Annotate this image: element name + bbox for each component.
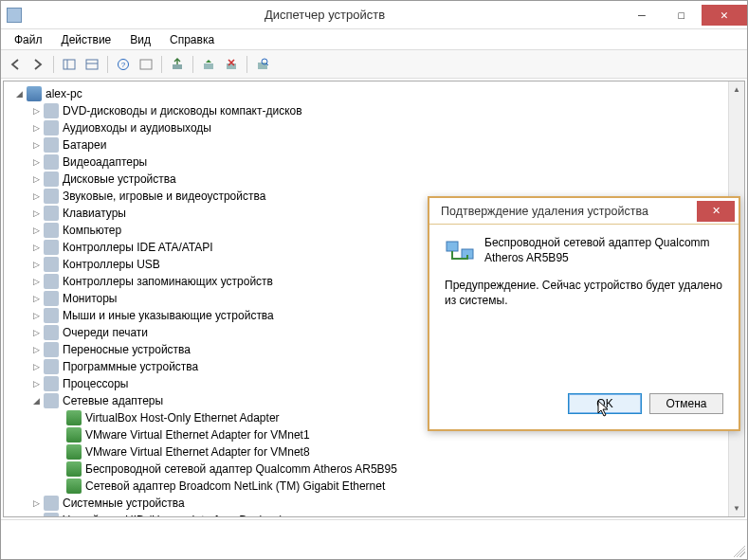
menu-action[interactable]: Действие <box>54 31 119 47</box>
network-adapter-icon <box>66 444 82 460</box>
menu-file[interactable]: Файл <box>7 31 50 47</box>
tree-device[interactable]: Беспроводной сетевой адаптер Qualcomm At… <box>9 461 721 478</box>
tree-item-label: Дисковые устройства <box>63 172 176 186</box>
ok-button-label: OK <box>596 397 612 410</box>
dialog-device-name: Беспроводной сетевой адаптер Qualcomm At… <box>484 236 723 266</box>
expand-icon[interactable]: ▷ <box>30 208 42 219</box>
expand-icon[interactable]: ▷ <box>30 173 42 185</box>
back-button[interactable] <box>5 54 26 75</box>
expand-icon[interactable]: ▷ <box>30 156 42 168</box>
tree-category[interactable]: ▷ DVD-дисководы и дисководы компакт-диск… <box>9 102 721 119</box>
scan-hardware-button[interactable] <box>252 54 273 75</box>
ok-button[interactable]: OK <box>568 393 642 414</box>
scroll-up-button[interactable]: ▲ <box>729 81 744 98</box>
forward-button[interactable] <box>27 54 48 75</box>
tree-item-label: DVD-дисководы и дисководы компакт-дисков <box>63 104 302 117</box>
expand-icon[interactable]: ▷ <box>30 361 42 372</box>
expand-icon[interactable]: ▷ <box>30 327 42 338</box>
dialog-titlebar[interactable]: Подтверждение удаления устройства ✕ <box>429 198 739 225</box>
tree-device[interactable]: VMware Virtual Ethernet Adapter for VMne… <box>9 443 721 461</box>
tree-category[interactable]: ▷ Устройства HID (Human Interface Device… <box>9 512 721 516</box>
collapse-icon[interactable]: ◢ <box>13 88 25 99</box>
dialog-warning-text: Предупреждение. Сейчас устройство будет … <box>445 278 723 308</box>
tree-item-label: Программные устройства <box>63 360 198 373</box>
menu-help[interactable]: Справка <box>162 31 222 47</box>
show-hide-console-button[interactable] <box>59 54 80 75</box>
category-icon <box>44 103 59 118</box>
expand-icon[interactable]: ▷ <box>30 497 42 509</box>
network-adapter-icon <box>66 461 82 477</box>
dialog-title: Подтверждение удаления устройства <box>441 205 697 218</box>
resize-grip[interactable] <box>730 542 745 557</box>
spacer <box>53 429 64 441</box>
scroll-down-button[interactable]: ▼ <box>729 500 744 516</box>
expand-icon[interactable]: ▷ <box>30 242 42 253</box>
category-icon <box>44 240 59 255</box>
tree-item-label: Устройства HID (Human Interface Devices) <box>63 514 283 516</box>
cancel-button[interactable]: Отмена <box>649 393 723 414</box>
expand-icon[interactable]: ▷ <box>30 139 42 151</box>
expand-icon[interactable]: ▷ <box>30 105 42 117</box>
menu-view[interactable]: Вид <box>122 31 158 47</box>
tree-item-label: Видеоадаптеры <box>63 155 147 169</box>
tree-item-label: Батареи <box>63 138 106 152</box>
network-adapter-icon <box>445 236 475 266</box>
svg-rect-0 <box>64 60 75 69</box>
tree-item-label: Контроллеры IDE ATA/ATAPI <box>63 241 213 254</box>
minimize-button[interactable]: — <box>622 5 662 26</box>
svg-rect-2 <box>86 60 98 69</box>
expand-icon[interactable]: ▷ <box>30 293 42 304</box>
confirm-uninstall-dialog: Подтверждение удаления устройства ✕ Бесп… <box>428 196 740 431</box>
expand-icon[interactable]: ▷ <box>30 225 42 236</box>
expand-icon[interactable]: ▷ <box>30 344 42 355</box>
category-icon <box>44 206 59 221</box>
toolbar: ? <box>1 50 747 79</box>
tree-item-label: Сетевой адаптер Broadcom NetLink (TM) Gi… <box>85 479 385 493</box>
tree-category[interactable]: ▷ Видеоадаптеры <box>9 154 721 171</box>
expand-icon[interactable]: ▷ <box>30 122 42 134</box>
tree-root[interactable]: ◢ alex-pc <box>9 85 721 102</box>
spacer <box>53 463 64 475</box>
expand-icon[interactable]: ▷ <box>30 310 42 321</box>
category-icon <box>44 257 59 272</box>
expand-icon[interactable]: ▷ <box>30 378 42 389</box>
tree-category[interactable]: ▷ Дисковые устройства <box>9 171 721 188</box>
help-button[interactable]: ? <box>113 54 134 75</box>
window-buttons: — ☐ ✕ <box>622 5 747 26</box>
tree-category[interactable]: ▷ Аудиовходы и аудиовыходы <box>9 119 721 136</box>
dialog-close-button[interactable]: ✕ <box>697 201 735 222</box>
titlebar[interactable]: Диспетчер устройств — ☐ ✕ <box>1 1 747 29</box>
maximize-button[interactable]: ☐ <box>662 5 702 26</box>
spacer <box>53 412 64 424</box>
category-icon <box>44 172 59 187</box>
expand-icon[interactable]: ▷ <box>30 259 42 270</box>
svg-rect-6 <box>140 60 152 69</box>
uninstall-device-button[interactable] <box>221 54 242 75</box>
tree-device[interactable]: Сетевой адаптер Broadcom NetLink (TM) Gi… <box>9 478 721 495</box>
category-icon <box>44 513 59 516</box>
toolbar-separator <box>53 56 54 73</box>
category-icon <box>44 342 59 357</box>
expand-icon[interactable]: ▷ <box>30 190 42 202</box>
svg-rect-13 <box>447 242 458 251</box>
properties-button[interactable] <box>82 54 102 75</box>
tree-item-label: Системные устройства <box>63 497 185 510</box>
spacer <box>53 480 64 492</box>
category-icon <box>44 393 59 408</box>
window-title: Диспетчер устройств <box>27 8 622 22</box>
update-driver-button[interactable] <box>167 54 188 75</box>
tree-category[interactable]: ▷ Батареи <box>9 136 721 154</box>
tree-item-label: Контроллеры USB <box>63 258 160 271</box>
tree-category[interactable]: ▷ Системные устройства <box>9 495 721 512</box>
close-button[interactable]: ✕ <box>702 5 747 26</box>
expand-icon[interactable]: ▷ <box>30 515 42 516</box>
tree-item-label: Звуковые, игровые и видеоустройства <box>63 190 265 203</box>
expand-icon[interactable]: ▷ <box>30 276 42 287</box>
tree-item-label: Сетевые адаптеры <box>63 394 163 407</box>
category-icon <box>44 325 59 340</box>
enable-device-button[interactable] <box>198 54 219 75</box>
action-button[interactable] <box>136 54 156 75</box>
collapse-icon[interactable]: ◢ <box>30 395 42 406</box>
category-icon <box>44 137 59 153</box>
network-adapter-icon <box>66 479 82 494</box>
